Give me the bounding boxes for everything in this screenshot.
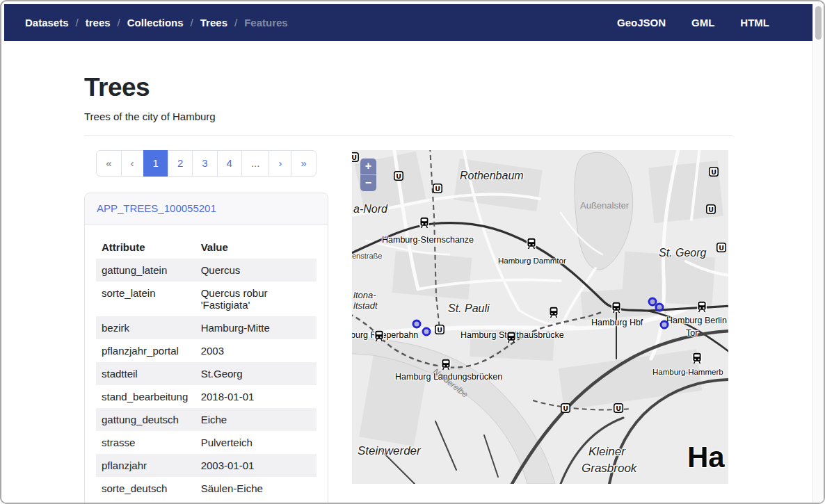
- zoom-in-button[interactable]: +: [360, 158, 376, 174]
- attribute-cell: gattung_deutsch: [96, 408, 195, 431]
- pagination: «‹1234...›»: [96, 150, 317, 177]
- map-label: Hamburg Hbf: [591, 318, 643, 327]
- attribute-cell: stadtteil: [96, 362, 195, 385]
- map-label: a-Nord: [353, 203, 387, 216]
- tree-feature-marker[interactable]: [412, 320, 422, 329]
- value-cell: Pulverteich: [195, 431, 317, 454]
- map-label: Kleiner: [588, 445, 625, 459]
- format-links: GeoJSONGMLHTML: [617, 17, 769, 29]
- breadcrumb-trees[interactable]: trees: [86, 17, 111, 29]
- breadcrumb-datasets[interactable]: Datasets: [25, 17, 69, 29]
- pagination-item-nav: «: [96, 150, 121, 177]
- breadcrumb-separator: /: [234, 17, 237, 29]
- table-row: stand_bearbeitung2018-01-01: [96, 385, 317, 408]
- feature-card-body: Attribute Value gattung_lateinQuercussor…: [85, 225, 328, 504]
- value-cell: Eiche: [195, 408, 317, 431]
- feature-card: APP_TREES_100055201 Attribute Value: [84, 193, 328, 504]
- train-station-icon: [527, 238, 537, 252]
- map-label: Hamburg-Sternschanze: [382, 235, 474, 245]
- table-row: gattung_lateinQuercus: [96, 259, 317, 282]
- map-label: Hamburg-Hammerb: [652, 368, 723, 376]
- attribute-cell: bezirk: [96, 316, 195, 339]
- table-body: gattung_lateinQuercussorte_lateinQuercus…: [96, 259, 317, 500]
- tree-feature-marker[interactable]: [422, 327, 431, 336]
- value-cell: 2018-01-01: [195, 385, 317, 408]
- value-cell: Hamburg-Mitte: [195, 316, 317, 339]
- ubahn-icon: U: [433, 184, 442, 196]
- pagination-item-nav[interactable]: »: [291, 150, 316, 177]
- train-station-icon: [697, 301, 707, 316]
- attribute-cell: sorte_deutsch: [96, 477, 195, 500]
- train-station-icon: [374, 330, 385, 345]
- page-subtitle: Trees of the city of Hamburg: [84, 111, 732, 122]
- breadcrumb-separator: /: [76, 17, 79, 29]
- breadcrumb-features: Features: [244, 17, 288, 29]
- pagination-item-4[interactable]: 4: [217, 150, 242, 177]
- main-content: Trees Trees of the city of Hamburg «‹123…: [84, 73, 732, 504]
- pagination-item-nav[interactable]: ›: [269, 150, 291, 177]
- breadcrumb-separator: /: [191, 17, 193, 29]
- tree-feature-marker[interactable]: [655, 303, 664, 312]
- value-cell: Quercus robur 'Fastigiata': [195, 282, 317, 316]
- map-label: St. Georg: [659, 247, 706, 259]
- format-link-geojson[interactable]: GeoJSON: [617, 17, 666, 29]
- breadcrumb-trees[interactable]: Trees: [200, 17, 227, 29]
- map[interactable]: RothenbaumAußenalstera-NordHamburg-Stern…: [352, 150, 728, 484]
- svg-text:U: U: [719, 244, 724, 252]
- attribute-cell: strasse: [96, 431, 195, 454]
- svg-text:U: U: [711, 168, 716, 176]
- train-station-icon: [419, 217, 430, 231]
- train-station-icon: [692, 352, 703, 367]
- map-label: Ha: [687, 443, 725, 472]
- ubahn-icon: U: [435, 325, 444, 337]
- map-label: Hamburg Dammtor: [498, 257, 566, 265]
- page-scrollbar[interactable]: [812, 4, 824, 503]
- format-link-html[interactable]: HTML: [740, 17, 769, 29]
- pagination-item-3[interactable]: 3: [192, 150, 217, 177]
- svg-text:U: U: [396, 172, 401, 180]
- features-column: «‹1234...›» APP_TREES_100055201 Attribut…: [84, 150, 328, 504]
- map-label: burg Reeperbahn: [352, 330, 418, 340]
- table-row: pflanzjahr2003-01-01: [96, 454, 317, 477]
- pagination-item-1[interactable]: 1: [143, 150, 168, 177]
- map-label: ltona-: [353, 290, 376, 300]
- browser-window: Datasets/trees/Collections/Trees/Feature…: [0, 0, 825, 504]
- breadcrumb-separator: /: [118, 17, 120, 29]
- map-label: Rothenbaum: [460, 170, 524, 182]
- table-row: strassePulverteich: [96, 431, 317, 454]
- ubahn-icon: U: [561, 403, 570, 416]
- pagination-item-2[interactable]: 2: [168, 150, 193, 177]
- table-header-row: Attribute Value: [96, 236, 317, 259]
- divider: [84, 135, 732, 136]
- top-navbar: Datasets/trees/Collections/Trees/Feature…: [4, 4, 812, 41]
- feature-card-header: APP_TREES_100055201: [85, 193, 328, 225]
- format-link-gml[interactable]: GML: [691, 17, 714, 29]
- svg-text:U: U: [437, 326, 442, 334]
- scrollbar-thumb[interactable]: [815, 6, 822, 40]
- train-station-icon: [441, 359, 451, 373]
- map-label: Tor: [686, 328, 698, 338]
- train-station-icon: [506, 332, 517, 346]
- feature-id-link[interactable]: APP_TREES_100055201: [97, 202, 216, 214]
- breadcrumb-collections[interactable]: Collections: [127, 17, 184, 29]
- tree-feature-marker[interactable]: [660, 320, 669, 330]
- attribute-cell: stand_bearbeitung: [96, 385, 195, 408]
- map-label: enstraße: [352, 252, 382, 260]
- pagination-item-navnavnav: ...: [241, 150, 270, 177]
- attribute-cell: pflanzjahr: [96, 454, 195, 477]
- map-zoom-control: + −: [360, 158, 376, 191]
- ubahn-icon: U: [352, 152, 359, 165]
- column-header-attribute: Attribute: [96, 236, 195, 259]
- ubahn-icon: U: [706, 204, 716, 217]
- svg-text:U: U: [435, 185, 440, 193]
- table-row: sorte_lateinQuercus robur 'Fastigiata': [96, 282, 317, 316]
- map-label: Hamburg Berlin: [666, 316, 727, 325]
- map-label: St. Pauli: [448, 302, 490, 315]
- svg-text:U: U: [563, 405, 568, 412]
- value-cell: Säulen-Eiche: [195, 477, 317, 500]
- value-cell: St.Georg: [195, 362, 317, 385]
- column-header-value: Value: [195, 236, 317, 259]
- value-cell: 2003: [195, 339, 317, 362]
- train-station-icon: [549, 307, 559, 321]
- zoom-out-button[interactable]: −: [360, 175, 376, 191]
